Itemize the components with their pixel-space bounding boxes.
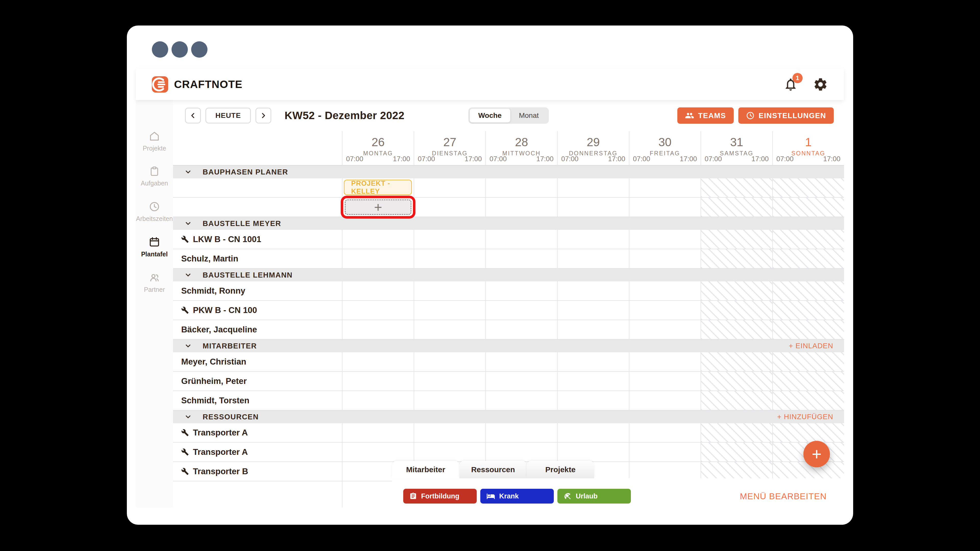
day-cell[interactable]: [772, 320, 844, 339]
day-cell[interactable]: [629, 423, 700, 442]
fab-add-button[interactable]: +: [803, 441, 830, 467]
day-cell[interactable]: [629, 372, 700, 391]
section-collapse-button[interactable]: [184, 413, 192, 421]
day-cell[interactable]: [342, 352, 414, 371]
day-cell[interactable]: [414, 249, 485, 268]
day-cell[interactable]: [485, 281, 557, 300]
day-cell[interactable]: [342, 372, 414, 391]
day-cell[interactable]: [629, 352, 700, 371]
add-slot-button[interactable]: +: [345, 200, 411, 215]
section-collapse-button[interactable]: [184, 168, 192, 176]
panel-action-button[interactable]: Fortbildung: [403, 489, 477, 503]
window-dot[interactable]: [172, 41, 188, 58]
section-action-link[interactable]: + EINLADEN: [788, 341, 835, 350]
teams-button[interactable]: TEAMS: [677, 107, 734, 124]
day-cell[interactable]: [485, 249, 557, 268]
sidebar-item-plantafel[interactable]: Plantafel: [140, 236, 169, 258]
day-cell[interactable]: [414, 391, 485, 410]
section-collapse-button[interactable]: [184, 271, 192, 279]
day-cell[interactable]: PROJEKT - KELLEY: [342, 178, 414, 197]
day-cell[interactable]: [414, 423, 485, 442]
panel-action-button[interactable]: Krank: [480, 489, 554, 503]
day-cell[interactable]: [629, 230, 700, 249]
day-cell[interactable]: [629, 178, 700, 197]
day-cell[interactable]: [342, 320, 414, 339]
day-cell[interactable]: [629, 249, 700, 268]
sidebar-item-projekte[interactable]: Projekte: [141, 130, 168, 152]
day-cell[interactable]: [557, 372, 629, 391]
day-cell[interactable]: [772, 391, 844, 410]
day-cell[interactable]: [772, 301, 844, 320]
section-action-link[interactable]: + HINZUFÜGEN: [776, 413, 835, 421]
day-cell[interactable]: [342, 301, 414, 320]
day-cell[interactable]: [485, 352, 557, 371]
today-button[interactable]: HEUTE: [205, 108, 251, 124]
day-cell[interactable]: [342, 249, 414, 268]
day-cell[interactable]: [557, 352, 629, 371]
sidebar-item-aufgaben[interactable]: Aufgaben: [139, 165, 169, 187]
day-cell[interactable]: [414, 301, 485, 320]
window-dot[interactable]: [191, 41, 207, 58]
day-cell[interactable]: [414, 320, 485, 339]
day-cell[interactable]: [629, 391, 700, 410]
day-cell[interactable]: [772, 423, 844, 442]
day-cell[interactable]: [557, 198, 629, 217]
day-cell[interactable]: [629, 301, 700, 320]
day-cell[interactable]: [772, 352, 844, 371]
window-dot[interactable]: [152, 41, 168, 58]
day-cell[interactable]: [485, 178, 557, 197]
day-cell[interactable]: [629, 198, 700, 217]
next-week-button[interactable]: [256, 108, 271, 124]
day-cell[interactable]: [557, 249, 629, 268]
day-cell[interactable]: [700, 249, 772, 268]
day-cell[interactable]: [342, 423, 414, 442]
section-collapse-button[interactable]: [184, 342, 192, 350]
day-cell[interactable]: [700, 372, 772, 391]
section-collapse-button[interactable]: [184, 220, 192, 227]
day-cell[interactable]: [700, 301, 772, 320]
day-cell[interactable]: [772, 249, 844, 268]
day-cell[interactable]: [414, 443, 485, 462]
day-cell[interactable]: [700, 391, 772, 410]
day-cell[interactable]: [414, 198, 485, 217]
day-cell[interactable]: [629, 443, 700, 462]
view-option-monat[interactable]: Monat: [510, 109, 547, 122]
day-cell[interactable]: [557, 178, 629, 197]
day-cell[interactable]: [342, 443, 414, 462]
day-cell[interactable]: [700, 230, 772, 249]
view-option-woche[interactable]: Woche: [469, 109, 510, 122]
tab-mitarbeiter[interactable]: Mitarbeiter: [392, 461, 460, 478]
day-cell[interactable]: [342, 391, 414, 410]
day-cell[interactable]: [700, 198, 772, 217]
day-cell[interactable]: [414, 352, 485, 371]
day-cell[interactable]: [414, 372, 485, 391]
day-cell[interactable]: [629, 320, 700, 339]
day-cell[interactable]: [557, 320, 629, 339]
day-cell[interactable]: [414, 281, 485, 300]
day-cell[interactable]: [772, 198, 844, 217]
day-cell[interactable]: [557, 301, 629, 320]
day-cell[interactable]: [772, 230, 844, 249]
day-cell[interactable]: [485, 423, 557, 442]
day-cell[interactable]: [414, 178, 485, 197]
day-cell[interactable]: [485, 372, 557, 391]
tab-projekte[interactable]: Projekte: [527, 461, 594, 478]
day-cell[interactable]: [557, 281, 629, 300]
sidebar-item-arbeitszeiten[interactable]: Arbeitszeiten: [135, 200, 175, 223]
notifications-button[interactable]: 1: [783, 77, 798, 92]
day-cell[interactable]: +: [342, 198, 414, 217]
day-cell[interactable]: [700, 443, 772, 462]
day-cell[interactable]: [485, 198, 557, 217]
day-cell[interactable]: [629, 281, 700, 300]
day-cell[interactable]: [772, 372, 844, 391]
settings-gear-button[interactable]: [813, 77, 828, 92]
day-cell[interactable]: [700, 178, 772, 197]
day-cell[interactable]: [485, 230, 557, 249]
day-cell[interactable]: [414, 230, 485, 249]
day-cell[interactable]: [342, 230, 414, 249]
panel-action-button[interactable]: Urlaub: [557, 489, 631, 503]
prev-week-button[interactable]: [185, 108, 201, 124]
day-cell[interactable]: [342, 281, 414, 300]
day-cell[interactable]: [700, 281, 772, 300]
event-chip[interactable]: PROJEKT - KELLEY: [344, 179, 412, 195]
